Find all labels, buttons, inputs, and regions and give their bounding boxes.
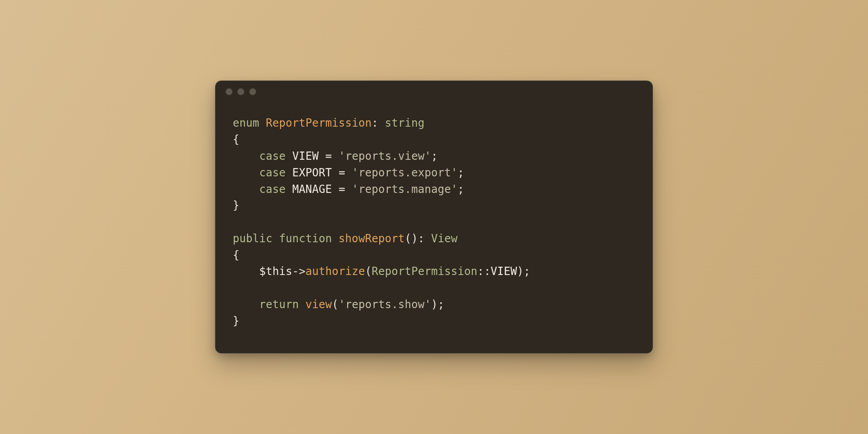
- paren-close: ): [431, 298, 438, 311]
- indent: [233, 166, 259, 179]
- type-name: ReportPermission: [266, 116, 372, 129]
- window-titlebar: [215, 81, 653, 102]
- string-literal: 'reports.export': [352, 166, 458, 179]
- semicolon: ;: [458, 183, 464, 195]
- semicolon: ;: [438, 298, 444, 311]
- brace-close: }: [233, 314, 239, 327]
- brace-close: }: [233, 199, 239, 211]
- return-type: View: [431, 232, 458, 245]
- code-window: enum ReportPermission: string { case VIE…: [215, 80, 653, 353]
- semicolon: ;: [524, 265, 530, 277]
- this-variable: $this: [259, 265, 292, 277]
- function-name: showReport: [339, 232, 405, 245]
- string-literal: 'reports.manage': [352, 183, 458, 195]
- paren-close: ): [517, 265, 524, 277]
- equals: =: [332, 166, 352, 179]
- punct: :: [372, 116, 385, 129]
- case-name: EXPORT: [292, 166, 332, 179]
- arrow: ->: [292, 265, 306, 277]
- indent: [233, 298, 259, 311]
- paren-open: (: [332, 298, 339, 311]
- keyword-case: case: [259, 166, 292, 179]
- function-call: view: [305, 298, 332, 311]
- keyword-case: case: [259, 183, 292, 195]
- string-literal: 'reports.view': [339, 150, 431, 162]
- parentheses: (): [405, 232, 418, 245]
- return-type: string: [385, 116, 425, 129]
- keyword-public: public: [233, 232, 279, 245]
- scope-resolution: ::: [477, 265, 491, 277]
- traffic-light-minimize-icon[interactable]: [238, 88, 244, 95]
- keyword-enum: enum: [233, 116, 266, 129]
- case-name: MANAGE: [292, 183, 332, 195]
- equals: =: [319, 150, 339, 162]
- brace-open: {: [233, 249, 239, 261]
- class-ref: ReportPermission: [372, 265, 477, 277]
- traffic-light-zoom-icon[interactable]: [249, 88, 256, 95]
- paren-open: (: [365, 265, 372, 277]
- constant: VIEW: [491, 265, 517, 277]
- case-name: VIEW: [292, 150, 319, 162]
- method-call: authorize: [305, 265, 365, 277]
- brace-open: {: [233, 133, 239, 146]
- equals: =: [332, 183, 352, 195]
- indent: [233, 150, 259, 162]
- indent: [233, 183, 259, 195]
- semicolon: ;: [458, 166, 464, 179]
- code-block: enum ReportPermission: string { case VIE…: [215, 102, 653, 353]
- indent: [233, 265, 259, 277]
- string-literal: 'reports.show': [339, 298, 431, 311]
- keyword-case: case: [259, 150, 292, 162]
- semicolon: ;: [431, 150, 438, 162]
- keyword-return: return: [259, 298, 305, 311]
- colon: :: [418, 232, 431, 245]
- traffic-light-close-icon[interactable]: [226, 88, 232, 95]
- keyword-function: function: [279, 232, 339, 245]
